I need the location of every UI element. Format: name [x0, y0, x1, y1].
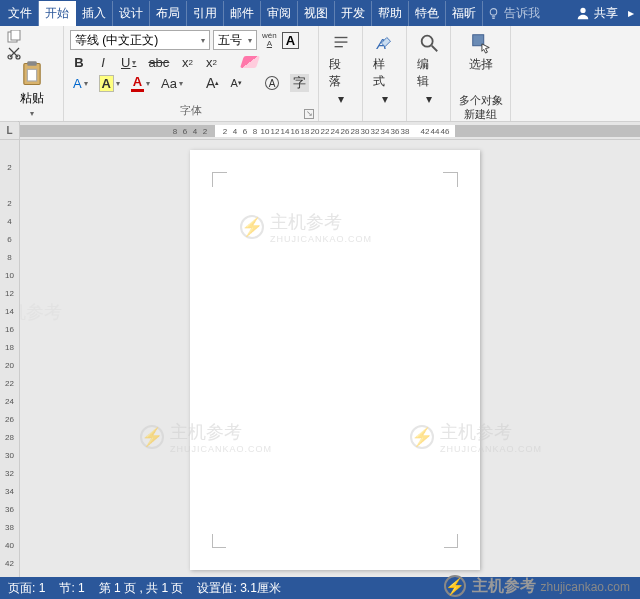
shrink-font-button[interactable]: A▾	[227, 74, 245, 92]
ribbon: 粘贴 ▾ 剪贴板↘ 等线 (中文正文)▾ 五号▾ wénA A B I U ▾ …	[0, 26, 640, 122]
change-case-button[interactable]: Aa▾	[158, 74, 186, 92]
group-paragraph: 段落▾	[319, 26, 363, 121]
character-shading-button[interactable]: 字	[287, 74, 312, 92]
clear-formatting-button[interactable]	[239, 53, 261, 71]
collapse-ribbon-arrow-icon[interactable]: ▸	[624, 6, 638, 20]
font-size-combo[interactable]: 五号▾	[213, 30, 257, 50]
select-sub2: 新建组	[457, 107, 504, 121]
clipboard-icon	[18, 60, 46, 88]
tab-home[interactable]: 开始	[39, 1, 76, 26]
share-button[interactable]: 共享	[570, 5, 624, 22]
underline-button[interactable]: U ▾	[118, 53, 139, 71]
tab-insert[interactable]: 插入	[76, 1, 113, 26]
svg-point-1	[580, 8, 585, 13]
tab-design[interactable]: 设计	[113, 1, 150, 26]
tab-view[interactable]: 视图	[298, 1, 335, 26]
person-icon	[576, 6, 590, 20]
tab-layout[interactable]: 布局	[150, 1, 187, 26]
grow-font-button[interactable]: A▴	[203, 74, 222, 92]
editing-button[interactable]: 编辑▾	[413, 30, 444, 108]
italic-button[interactable]: I	[94, 53, 112, 71]
paragraph-button[interactable]: 段落▾	[325, 30, 356, 108]
tab-file[interactable]: 文件	[2, 1, 39, 26]
document-canvas[interactable]: ⚡主机参考ZHUJICANKAO.COM ⚡主机参考ZHUJICANKAO.CO…	[20, 140, 640, 577]
font-color-button[interactable]: A▾	[128, 74, 153, 92]
tab-help[interactable]: 帮助	[372, 1, 409, 26]
styles-button[interactable]: A 样式▾	[369, 30, 400, 108]
tell-me-search[interactable]: 告诉我	[487, 5, 540, 22]
svg-point-13	[421, 36, 432, 47]
document-page[interactable]	[190, 150, 480, 570]
tab-developer[interactable]: 开发	[335, 1, 372, 26]
highlight-button[interactable]: A▾	[96, 74, 123, 92]
paste-button[interactable]: 粘贴 ▾	[6, 60, 57, 118]
tab-bar: 文件 开始 插入 设计 布局 引用 邮件 审阅 视图 开发 帮助 特色 福昕 告…	[0, 0, 640, 26]
styles-icon: A	[374, 32, 396, 54]
svg-rect-8	[27, 69, 36, 81]
select-objects-button[interactable]: 选择	[457, 30, 504, 75]
character-border-button[interactable]: A	[282, 32, 299, 49]
phonetic-guide-button[interactable]: wénA	[260, 30, 279, 50]
copy-icon[interactable]	[6, 30, 22, 44]
svg-point-0	[490, 8, 497, 15]
horizontal-ruler[interactable]: 8642246810121416182022242628303234363842…	[20, 122, 640, 140]
status-page-count[interactable]: 第 1 页 , 共 1 页	[99, 580, 184, 597]
tab-special[interactable]: 特色	[409, 1, 446, 26]
group-font-label: 字体	[180, 104, 202, 116]
font-dialog-launcher[interactable]: ↘	[304, 109, 314, 119]
text-effects-button[interactable]: A▾	[70, 74, 91, 92]
cut-icon[interactable]	[6, 46, 22, 60]
superscript-button[interactable]: x2	[202, 53, 220, 71]
enclose-characters-button[interactable]: A	[262, 74, 282, 92]
select-sub1: 多个对象	[457, 93, 504, 107]
status-section[interactable]: 节: 1	[59, 580, 84, 597]
find-icon	[418, 32, 440, 54]
watermark-footer: ⚡ 主机参考 zhujicankao.com	[444, 575, 630, 597]
svg-rect-3	[11, 30, 20, 40]
tab-foxit[interactable]: 福昕	[446, 1, 483, 26]
bold-button[interactable]: B	[70, 53, 88, 71]
svg-line-14	[431, 46, 437, 52]
tab-mail[interactable]: 邮件	[224, 1, 261, 26]
svg-rect-7	[27, 61, 36, 66]
lightbulb-icon	[487, 7, 500, 20]
select-pointer-icon	[470, 32, 492, 54]
group-select: 选择 多个对象 新建组	[451, 26, 511, 121]
tab-references[interactable]: 引用	[187, 1, 224, 26]
group-editing: 编辑▾	[407, 26, 451, 121]
group-styles: A 样式▾	[363, 26, 407, 121]
group-clipboard: 粘贴 ▾ 剪贴板↘	[0, 26, 64, 121]
watermark: 主机参考	[20, 300, 62, 324]
strikethrough-button[interactable]: abc	[145, 53, 172, 71]
eraser-icon	[240, 56, 260, 68]
document-workspace: L 86422468101214161820222426283032343638…	[0, 122, 640, 577]
group-font: 等线 (中文正文)▾ 五号▾ wénA A B I U ▾ abc x2 x2 …	[64, 26, 319, 121]
paragraph-icon	[330, 32, 352, 54]
vertical-ruler[interactable]: 2246810121416182022242628303234363840424…	[0, 140, 20, 577]
status-page[interactable]: 页面: 1	[8, 580, 45, 597]
subscript-button[interactable]: x2	[178, 53, 196, 71]
tab-review[interactable]: 审阅	[261, 1, 298, 26]
ruler-corner[interactable]: L	[0, 122, 20, 140]
font-name-combo[interactable]: 等线 (中文正文)▾	[70, 30, 210, 50]
status-setting[interactable]: 设置值: 3.1厘米	[197, 580, 280, 597]
